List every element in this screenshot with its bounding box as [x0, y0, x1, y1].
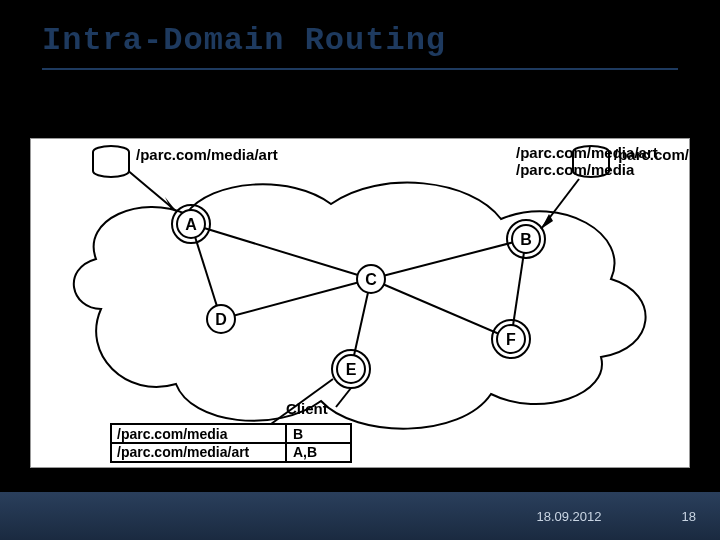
bullet-item: An example of intra-domain routing: [62, 92, 427, 118]
node-f-label: F: [506, 331, 516, 348]
edge-c-f: [371, 279, 511, 339]
table-row2-val: A,B: [293, 444, 317, 460]
routing-diagram: A B C D E F /parc.com/media/art /parc.co…: [30, 138, 690, 468]
node-b-label: B: [520, 231, 532, 248]
edge-e-client: [336, 388, 351, 407]
cylinder-left-body: [93, 152, 129, 177]
right-store-labels: /parc.com/media/art /parc.com/media: [516, 144, 658, 178]
left-store-label: /parc.com/media/art: [136, 146, 278, 163]
network-cloud: [74, 183, 646, 429]
footer-page: 18: [682, 509, 696, 524]
node-c-label: C: [365, 271, 377, 288]
slide-title: Intra-Domain Routing: [0, 0, 720, 59]
title-underline: [42, 68, 678, 70]
table-row1-val: B: [293, 426, 303, 442]
bullet-icon: [62, 101, 71, 110]
bullet-text: An example of intra-domain routing: [85, 92, 427, 118]
edge-c-d: [221, 279, 371, 319]
slide-footer: 18.09.2012 18: [0, 492, 720, 540]
right-label-line2: /parc.com/media: [516, 161, 658, 178]
right-label-line1: /parc.com/media/art: [516, 144, 658, 161]
table-row1-key: /parc.com/media: [117, 426, 228, 442]
node-e-label: E: [346, 361, 357, 378]
node-d-label: D: [215, 311, 227, 328]
edge-a-store: [126, 169, 176, 211]
node-a-label: A: [185, 216, 197, 233]
edge-a-c: [191, 224, 371, 279]
footer-date: 18.09.2012: [536, 509, 601, 524]
table-row2-key: /parc.com/media/art: [117, 444, 250, 460]
edge-b-c: [371, 239, 526, 279]
